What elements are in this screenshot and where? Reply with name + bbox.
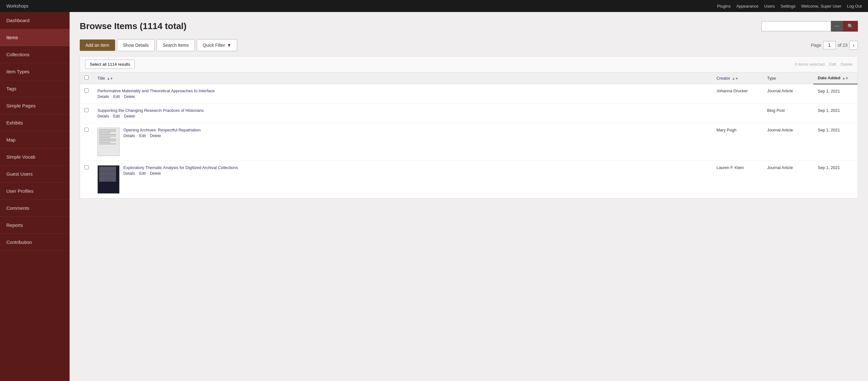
edit-link[interactable]: Edit — [113, 114, 120, 118]
sidebar-item-user-profiles[interactable]: User Profiles — [0, 183, 70, 200]
header-checkbox-cell — [80, 72, 93, 84]
header-type: Type — [763, 72, 813, 84]
header-date-added: Date Added ▲▼ — [813, 72, 858, 84]
sidebar-item-dashboard[interactable]: Dashboard — [0, 12, 70, 29]
sidebar-item-simple-pages[interactable]: Simple Pages — [0, 97, 70, 114]
search-more-button[interactable]: ⋯ — [831, 21, 843, 32]
page-next-button[interactable]: › — [849, 41, 858, 49]
details-link[interactable]: Details — [123, 134, 135, 138]
select-all-bar: Select all 1114 results 0 items selected… — [80, 57, 858, 72]
main-content: Browse Items (1114 total) ⋯ 🔍 Add an Ite… — [70, 12, 868, 381]
logout-link[interactable]: Log Out — [847, 4, 862, 8]
show-details-button[interactable]: Show Details — [117, 39, 155, 51]
select-all-checkbox[interactable] — [85, 75, 89, 80]
row-date-cell: Sep 1, 2021 — [813, 123, 858, 161]
page-label: Page — [811, 43, 821, 48]
details-link[interactable]: Details — [123, 171, 135, 176]
quick-filter-button[interactable]: Quick Filter ▼ — [197, 39, 238, 51]
sort-title-icon: ▲▼ — [107, 77, 113, 80]
sidebar-item-comments[interactable]: Comments — [0, 200, 70, 217]
item-title-link[interactable]: Opening Archives: Respectful Repatriatio… — [123, 128, 708, 132]
sep: · — [121, 114, 122, 118]
sidebar-item-reports[interactable]: Reports — [0, 217, 70, 234]
search-bar: ⋯ 🔍 — [762, 21, 858, 32]
row-checkbox[interactable] — [85, 128, 89, 132]
row-type-cell: Journal Article — [763, 123, 813, 161]
select-actions: 0 items selected Edit Delete — [795, 62, 852, 67]
plugins-link[interactable]: Plugins — [717, 4, 731, 8]
top-navigation: Workshops Plugins Appearance Users Setti… — [0, 0, 868, 12]
select-all-button[interactable]: Select all 1114 results — [85, 60, 135, 69]
row-date-cell: Sep 1, 2021 — [813, 161, 858, 198]
table-row: Exploratory Thematic Analysis for Digiti… — [80, 161, 858, 198]
row-date-cell: Sep 1, 2021 — [813, 104, 858, 123]
main-layout: Dashboard Items Collections Item Types T… — [0, 12, 868, 381]
items-table: Title ▲▼ Creator ▲▼ Type Date Added ▲▼ — [80, 72, 858, 198]
top-nav-links: Plugins Appearance Users Settings Welcom… — [717, 4, 862, 8]
delete-link[interactable]: Delete — [150, 171, 161, 176]
row-checkbox-cell — [80, 123, 93, 161]
row-checkbox-cell — [80, 104, 93, 123]
item-title-link[interactable]: Exploratory Thematic Analysis for Digiti… — [123, 165, 708, 170]
row-type-cell: Blog Post — [763, 104, 813, 123]
row-creator-cell: Lauren F. Klein — [712, 161, 763, 198]
sidebar-item-contribution[interactable]: Contribution — [0, 234, 70, 251]
row-checkbox[interactable] — [85, 89, 89, 93]
delete-link[interactable]: Delete — [124, 95, 135, 99]
page-number-input[interactable] — [823, 41, 836, 49]
search-items-button[interactable]: Search Items — [157, 39, 194, 51]
row-checkbox-cell — [80, 84, 93, 104]
sidebar-item-exhibits[interactable]: Exhibits — [0, 114, 70, 131]
items-container: Select all 1114 results 0 items selected… — [80, 56, 858, 199]
header-row: Browse Items (1114 total) ⋯ 🔍 — [80, 21, 858, 32]
edit-link[interactable]: Edit — [139, 134, 146, 138]
users-link[interactable]: Users — [764, 4, 775, 8]
settings-link[interactable]: Settings — [781, 4, 796, 8]
search-go-button[interactable]: 🔍 — [843, 21, 858, 32]
quick-filter-label: Quick Filter — [203, 43, 225, 48]
sort-title-link[interactable]: Title — [97, 76, 105, 80]
sidebar-item-collections[interactable]: Collections — [0, 46, 70, 63]
sep: · — [137, 134, 137, 138]
bulk-edit-link[interactable]: Edit — [829, 62, 836, 67]
item-actions: Details·Edit·Delete — [123, 134, 708, 138]
sep: · — [111, 95, 112, 99]
edit-link[interactable]: Edit — [113, 95, 120, 99]
row-title-cell: Exploratory Thematic Analysis for Digiti… — [93, 161, 712, 198]
row-type-cell: Journal Article — [763, 84, 813, 104]
sidebar-item-item-types[interactable]: Item Types — [0, 63, 70, 80]
sidebar-item-items[interactable]: Items — [0, 29, 70, 46]
sep: · — [111, 114, 112, 118]
edit-link[interactable]: Edit — [139, 171, 146, 176]
row-checkbox[interactable] — [85, 165, 89, 169]
sidebar-item-map[interactable]: Map — [0, 131, 70, 148]
bulk-delete-link[interactable]: Delete — [840, 62, 852, 67]
sep: · — [137, 171, 137, 176]
row-title-cell: Supporting the Changing Research Practic… — [93, 104, 712, 123]
delete-link[interactable]: Delete — [150, 134, 161, 138]
sidebar-item-simple-vocab[interactable]: Simple Vocab — [0, 148, 70, 166]
sep: · — [147, 171, 148, 176]
sort-creator-link[interactable]: Creator — [716, 76, 730, 80]
brand-label[interactable]: Workshops — [6, 3, 28, 8]
sidebar-item-tags[interactable]: Tags — [0, 80, 70, 97]
item-title-link[interactable]: Supporting the Changing Research Practic… — [97, 108, 708, 113]
row-creator-cell: Mary Pugh — [712, 123, 763, 161]
table-row: Opening Archives: Respectful Repatriatio… — [80, 123, 858, 161]
sidebar-item-guest-users[interactable]: Guest Users — [0, 166, 70, 183]
details-link[interactable]: Details — [97, 95, 109, 99]
delete-link[interactable]: Delete — [124, 114, 135, 118]
sep: · — [147, 134, 148, 138]
search-input[interactable] — [762, 21, 831, 31]
details-link[interactable]: Details — [97, 114, 109, 118]
items-selected-count: 0 items selected — [795, 62, 825, 67]
add-item-button[interactable]: Add an Item — [80, 39, 115, 51]
item-title-link[interactable]: Performative Materiality and Theoretical… — [97, 89, 708, 93]
welcome-text: Welcome, Super User — [801, 4, 841, 8]
page-title: Browse Items (1114 total) — [80, 21, 187, 31]
row-creator-cell — [712, 104, 763, 123]
row-checkbox[interactable] — [85, 108, 89, 112]
sep: · — [121, 95, 122, 99]
appearance-link[interactable]: Appearance — [736, 4, 758, 8]
item-thumbnail — [97, 165, 120, 194]
